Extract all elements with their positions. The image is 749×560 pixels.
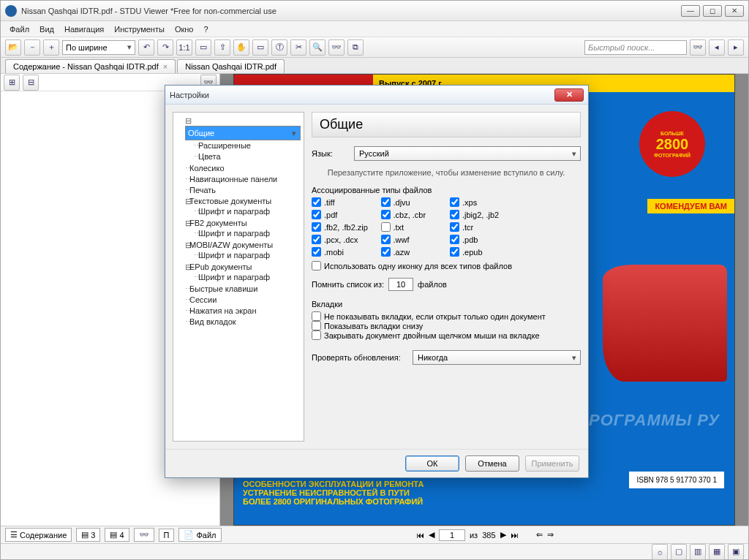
ft-tiff[interactable]: .tiff (312, 197, 374, 207)
bottom-tab-4[interactable]: ▤ 4 (105, 528, 129, 542)
snapshot-icon[interactable]: ✂ (290, 39, 306, 56)
ft-pdf[interactable]: .pdf (312, 210, 374, 219)
close-icon[interactable]: × (163, 62, 168, 71)
tree-mobi[interactable]: MOBI/AZW документы Шрифт и параграф (185, 240, 301, 262)
tree-font4[interactable]: Шрифт и параграф (194, 272, 301, 283)
menu-nav[interactable]: Навигация (60, 23, 108, 35)
hide-single-check[interactable]: Не показывать вкладки, если открыт тольк… (312, 311, 581, 321)
cancel-button[interactable]: Отмена (465, 455, 519, 472)
tree-navpanels[interactable]: Навигационные панели (185, 174, 301, 185)
copy-icon[interactable]: ⧉ (347, 39, 364, 56)
tree-wheel[interactable]: Колесико (185, 163, 301, 174)
menu-view[interactable]: Вид (35, 23, 59, 35)
page-input[interactable] (439, 529, 465, 541)
text-select-icon[interactable]: Ⓣ (271, 39, 287, 56)
zoom-in-icon[interactable]: ＋ (43, 39, 59, 56)
menu-help[interactable]: ? (199, 23, 212, 35)
tree-epub[interactable]: EPub документы Шрифт и параграф (185, 262, 301, 284)
settings-tree[interactable]: Общие Расширенные Цвета Колесико Навигац… (173, 112, 304, 442)
forward-icon[interactable]: ⇒ (547, 530, 554, 540)
tree-font3[interactable]: Шрифт и параграф (194, 250, 301, 261)
last-page-icon[interactable]: ⏭ (511, 531, 519, 540)
ft-azw[interactable]: .azw (381, 247, 443, 257)
fit-icon[interactable]: ▭ (195, 39, 211, 56)
tree-colors[interactable]: Цвета (194, 151, 301, 162)
ft-mobi[interactable]: .mobi (312, 247, 374, 257)
search-go-icon[interactable]: 👓 (690, 39, 706, 56)
dblclick-close-check[interactable]: Закрывать документ двойным щелчком мыши … (312, 330, 581, 340)
menu-file[interactable]: Файл (5, 23, 34, 35)
rotate-right-icon[interactable]: ↷ (157, 39, 173, 56)
first-page-icon[interactable]: ⏮ (416, 531, 424, 540)
tree-font1[interactable]: Шрифт и параграф (194, 206, 301, 217)
dialog-close-button[interactable]: ✕ (554, 88, 584, 102)
bottom-tab-find[interactable]: 👓 (134, 528, 154, 542)
apply-button[interactable]: Применить (525, 455, 579, 472)
lang-select[interactable]: Русский (354, 146, 581, 161)
bottom-tab-contents[interactable]: ☰Содержание (5, 528, 72, 542)
collapse-all-icon[interactable]: ⊟ (23, 75, 39, 91)
lang-label: Язык: (312, 149, 348, 158)
expand-all-icon[interactable]: ⊞ (4, 75, 20, 91)
find-icon[interactable]: 🔍 (309, 39, 325, 56)
ft-djvu[interactable]: .djvu (381, 197, 443, 207)
tree-tabsview[interactable]: Вид вкладок (185, 317, 301, 328)
ft-epub[interactable]: .epub (450, 247, 512, 257)
next-page-icon[interactable]: ▶ (500, 530, 506, 540)
tree-fb2[interactable]: FB2 документы Шрифт и параграф (185, 218, 301, 240)
layout-grid-icon[interactable]: ▣ (728, 544, 744, 560)
zoom-out-icon[interactable]: － (24, 39, 40, 56)
ft-tcr[interactable]: .tcr (450, 222, 512, 232)
next-result-icon[interactable]: ▸ (728, 39, 744, 56)
binoculars-icon[interactable]: 👓 (328, 39, 345, 56)
tab-document[interactable]: Nissan Qashqai IDTR.pdf (177, 59, 285, 73)
lang-hint: Перезапустите приложение, чтобы изменени… (312, 168, 581, 177)
layout-facing-icon[interactable]: ▦ (709, 544, 725, 560)
rotate-left-icon[interactable]: ↶ (138, 39, 154, 56)
prev-result-icon[interactable]: ◂ (709, 39, 725, 56)
tree-sessions[interactable]: Сессии (185, 295, 301, 306)
bottom-tab-3[interactable]: ▤ 3 (76, 528, 100, 542)
tab-contents[interactable]: Содержание - Nissan Qashqai IDTR.pdf × (5, 59, 176, 73)
updates-select[interactable]: Никогда (413, 350, 581, 365)
filetype-grid: .tiff .djvu .xps .pdf .cbz, .cbr .jbig2,… (312, 197, 581, 257)
layout-single-icon[interactable]: ▢ (671, 544, 687, 560)
menu-window[interactable]: Окно (170, 23, 198, 35)
remember-input[interactable] (388, 278, 413, 291)
menu-tools[interactable]: Инструменты (110, 23, 169, 35)
bottom-tab-p[interactable]: П (159, 529, 175, 542)
tree-font2[interactable]: Шрифт и параграф (194, 228, 301, 239)
tree-textdocs[interactable]: Текстовые документы Шрифт и параграф (185, 196, 301, 218)
ft-txt[interactable]: .txt (381, 222, 443, 232)
tree-taps[interactable]: Нажатия на экран (185, 306, 301, 317)
tree-general[interactable]: Общие (185, 126, 301, 140)
prev-page-icon[interactable]: ◀ (429, 530, 434, 540)
export-icon[interactable]: ⇪ (214, 39, 230, 56)
ft-jbig2[interactable]: .jbig2, .jb2 (450, 210, 512, 219)
select-icon[interactable]: ▭ (252, 39, 268, 56)
bottom-tab-files[interactable]: 📄 Файл (178, 528, 221, 542)
ft-cbz[interactable]: .cbz, .cbr (381, 210, 443, 219)
ft-wwf[interactable]: .wwf (381, 235, 443, 244)
brightness-icon[interactable]: ☼ (652, 544, 668, 560)
zoom-select[interactable]: По ширине (62, 40, 135, 55)
layout-cont-icon[interactable]: ▥ (690, 544, 706, 560)
tree-print[interactable]: Печать (185, 185, 301, 196)
minimize-button[interactable]: — (681, 5, 700, 17)
ok-button[interactable]: ОК (405, 455, 459, 472)
single-icon-check[interactable]: Использовать одну иконку для всех типов … (312, 261, 581, 270)
ft-pcx[interactable]: .pcx, .dcx (312, 235, 374, 244)
open-icon[interactable]: 📂 (5, 39, 21, 56)
ft-xps[interactable]: .xps (450, 197, 512, 207)
close-button[interactable]: ✕ (725, 5, 744, 17)
hand-icon[interactable]: ✋ (233, 39, 249, 56)
tabs-bottom-check[interactable]: Показывать вкладки снизу (312, 321, 581, 330)
ft-fb2[interactable]: .fb2, .fb2.zip (312, 222, 374, 232)
quick-search-input[interactable]: Быстрый поиск... (584, 40, 687, 55)
ratio-button[interactable]: 1:1 (176, 39, 192, 56)
tree-hotkeys[interactable]: Быстрые клавиши (185, 284, 301, 295)
tree-advanced[interactable]: Расширенные (194, 140, 301, 151)
back-icon[interactable]: ⇐ (536, 530, 543, 540)
maximize-button[interactable]: ◻ (703, 5, 722, 17)
ft-pdb[interactable]: .pdb (450, 235, 512, 244)
